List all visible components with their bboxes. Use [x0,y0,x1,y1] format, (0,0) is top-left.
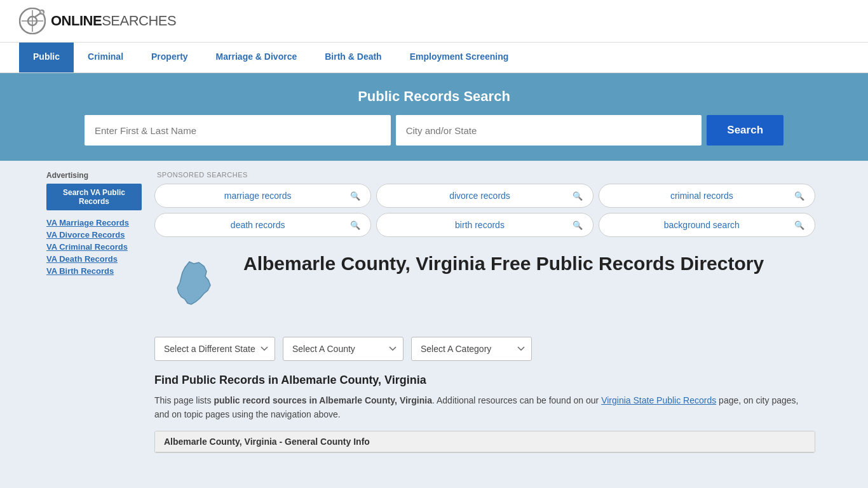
sponsored-birth-records[interactable]: birth records 🔍 [376,213,593,237]
sidebar-link-va-death[interactable]: VA Death Records [46,254,142,264]
nav-item-public[interactable]: Public [19,43,74,72]
main-nav: Public Criminal Property Marriage & Divo… [0,43,868,73]
nav-item-criminal[interactable]: Criminal [74,43,137,72]
county-dropdown[interactable]: Select A County [283,337,403,361]
state-dropdown[interactable]: Select a Different State [154,337,275,361]
sponsored-label: SPONSORED SEARCHES [157,171,815,179]
sidebar: Advertising Search VA Public Records VA … [40,161,148,466]
search-banner: Public Records Search Search [0,73,868,161]
search-icon-marriage: 🔍 [350,191,360,201]
sidebar-ad-label: Advertising [46,171,142,180]
page-title: Albemarle County, Virginia Free Public R… [243,252,764,275]
nav-item-employment[interactable]: Employment Screening [396,43,523,72]
find-records-title: Find Public Records in Albemarle County,… [154,374,815,387]
nav-item-birth-death[interactable]: Birth & Death [311,43,395,72]
search-icon-divorce: 🔍 [573,191,583,201]
search-icon-criminal: 🔍 [794,191,804,201]
category-dropdown[interactable]: Select A Category [411,337,532,361]
nav-item-marriage-divorce[interactable]: Marriage & Divorce [202,43,311,72]
sponsored-death-records[interactable]: death records 🔍 [154,213,371,237]
search-button[interactable]: Search [707,115,783,146]
state-map [154,252,231,324]
search-icon-death: 🔍 [350,220,360,230]
search-icon-background: 🔍 [794,220,804,230]
location-search-input[interactable] [396,115,702,146]
search-banner-title: Public Records Search [19,88,849,105]
logo-icon [19,8,46,34]
dropdowns-row: Select a Different State Select A County… [154,337,815,361]
county-info-title: Albemarle County, Virginia - General Cou… [155,431,815,452]
sponsored-grid: marriage records 🔍 divorce records 🔍 cri… [154,184,815,237]
virginia-records-link[interactable]: Virginia State Public Records [601,395,716,405]
site-header: ONLINESEARCHES [0,0,868,43]
nav-item-property[interactable]: Property [137,43,202,72]
sponsored-divorce-records[interactable]: divorce records 🔍 [376,184,593,208]
logo[interactable]: ONLINESEARCHES [19,8,176,34]
main-content: Advertising Search VA Public Records VA … [40,161,828,466]
sponsored-marriage-records[interactable]: marriage records 🔍 [154,184,371,208]
sidebar-link-va-marriage[interactable]: VA Marriage Records [46,218,142,227]
content-area: SPONSORED SEARCHES marriage records 🔍 di… [148,161,828,466]
county-info-box: Albemarle County, Virginia - General Cou… [154,431,815,453]
sidebar-link-va-criminal[interactable]: VA Criminal Records [46,242,142,252]
search-form: Search [85,115,783,146]
logo-text: ONLINESEARCHES [51,13,176,29]
sidebar-ad-button[interactable]: Search VA Public Records [46,184,142,210]
search-icon-birth: 🔍 [573,220,583,230]
sponsored-background-search[interactable]: background search 🔍 [599,213,815,237]
sponsored-criminal-records[interactable]: criminal records 🔍 [599,184,815,208]
page-header: Albemarle County, Virginia Free Public R… [154,252,815,324]
sidebar-link-va-birth[interactable]: VA Birth Records [46,266,142,276]
find-records-description: This page lists public record sources in… [154,393,815,422]
name-search-input[interactable] [85,115,391,146]
sidebar-link-va-divorce[interactable]: VA Divorce Records [46,230,142,240]
